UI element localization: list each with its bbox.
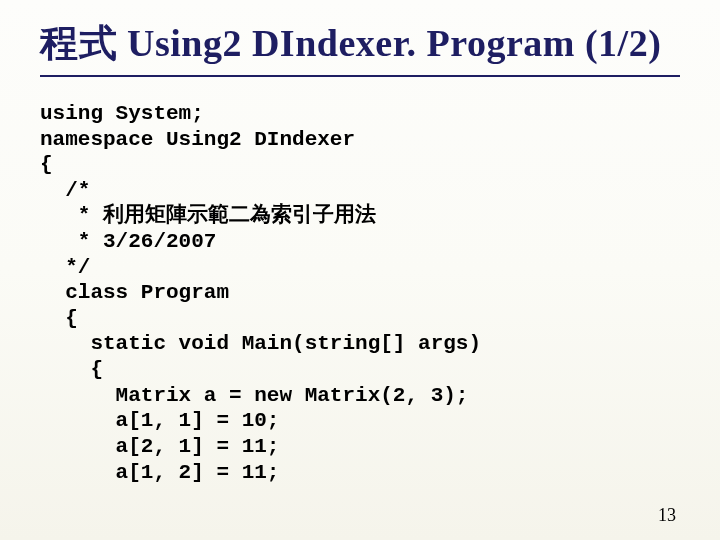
- page-number: 13: [658, 505, 676, 526]
- slide-container: 程式 Using2 DIndexer. Program (1/2) using …: [0, 0, 720, 540]
- title-underline: [40, 75, 680, 77]
- slide-title: 程式 Using2 DIndexer. Program (1/2): [40, 18, 680, 69]
- code-block: using System; namespace Using2 DIndexer …: [40, 101, 680, 485]
